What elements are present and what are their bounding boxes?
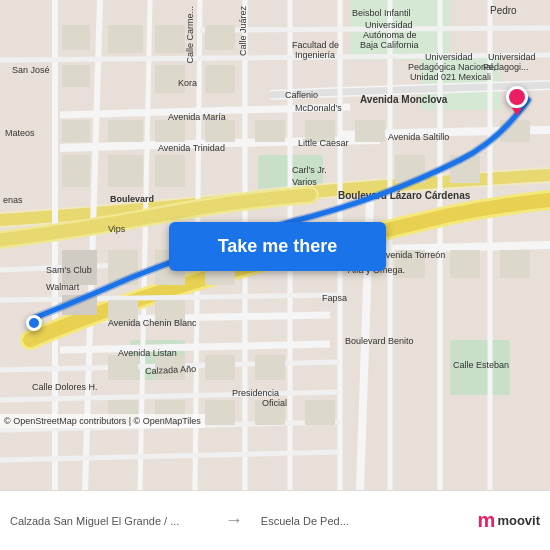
svg-rect-31 (255, 355, 285, 380)
end-marker (506, 86, 528, 114)
svg-rect-18 (62, 155, 90, 187)
svg-rect-9 (155, 25, 185, 53)
svg-rect-6 (62, 25, 90, 50)
svg-rect-37 (305, 120, 335, 142)
svg-rect-29 (155, 355, 185, 380)
svg-rect-17 (255, 120, 285, 142)
svg-rect-27 (155, 300, 185, 325)
moovit-wordmark: moovit (497, 513, 540, 528)
map-container: Pedro Beisbol Infantil Universidad Autón… (0, 0, 550, 490)
svg-rect-42 (395, 250, 425, 278)
map-attribution: © OpenStreetMap contributors | © OpenMap… (0, 414, 205, 428)
svg-rect-20 (155, 155, 185, 187)
svg-rect-41 (500, 120, 530, 142)
svg-rect-30 (205, 355, 235, 380)
bottom-bar: Calzada San Miguel El Grande / ... → Esc… (0, 490, 550, 550)
svg-rect-44 (500, 250, 530, 278)
svg-rect-8 (108, 25, 143, 53)
svg-rect-15 (155, 120, 185, 142)
svg-rect-43 (450, 250, 480, 278)
svg-rect-7 (62, 65, 90, 87)
svg-rect-21 (62, 250, 97, 285)
svg-rect-10 (205, 25, 235, 50)
svg-rect-14 (108, 120, 143, 142)
svg-rect-36 (305, 400, 335, 425)
svg-rect-34 (205, 400, 235, 425)
svg-rect-16 (205, 120, 235, 142)
svg-rect-28 (108, 355, 138, 380)
svg-rect-23 (108, 250, 138, 285)
end-marker-circle (506, 86, 528, 108)
svg-rect-11 (155, 65, 185, 93)
moovit-m-letter: m (478, 509, 496, 532)
svg-rect-39 (395, 155, 425, 183)
end-marker-tail (512, 108, 522, 116)
svg-rect-13 (62, 120, 90, 142)
take-me-there-button[interactable]: Take me there (169, 222, 386, 271)
start-marker (26, 315, 42, 331)
svg-rect-38 (355, 120, 385, 142)
destination-text: Escuela De Ped... (251, 515, 468, 527)
origin-text: Calzada San Miguel El Grande / ... (0, 515, 217, 527)
svg-rect-12 (205, 65, 235, 93)
svg-rect-3 (450, 340, 510, 395)
svg-rect-35 (255, 400, 285, 425)
svg-rect-22 (62, 295, 97, 315)
direction-arrow: → (217, 510, 251, 531)
svg-rect-19 (108, 155, 143, 187)
svg-rect-40 (450, 155, 480, 183)
svg-rect-26 (108, 300, 138, 325)
moovit-logo-area: m moovit (468, 509, 550, 532)
